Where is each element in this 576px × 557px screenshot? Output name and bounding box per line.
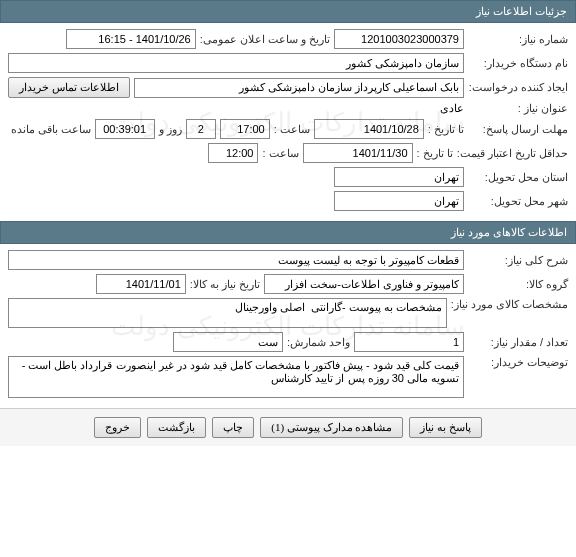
input-gen-desc[interactable] — [8, 250, 464, 270]
input-reply-date[interactable] — [314, 119, 424, 139]
label-need-date: تاریخ نیاز به کالا: — [190, 278, 260, 291]
attachments-button[interactable]: مشاهده مدارک پیوستی (1) — [260, 417, 403, 438]
input-announce-dt[interactable] — [66, 29, 196, 49]
input-need-no[interactable] — [334, 29, 464, 49]
label-announce-dt: تاریخ و ساعت اعلان عمومی: — [200, 33, 330, 46]
section-header-goods: اطلاعات کالاهای مورد نیاز — [0, 221, 576, 244]
input-city[interactable] — [334, 191, 464, 211]
label-need-no: شماره نیاز: — [468, 33, 568, 46]
label-need-title: عنوان نیاز : — [468, 102, 568, 115]
input-reply-time[interactable] — [220, 119, 270, 139]
label-min-validity: حداقل تاریخ اعتبار قیمت: — [457, 147, 568, 160]
label-time-left: ساعت باقی مانده — [11, 123, 91, 136]
back-button[interactable]: بازگشت — [147, 417, 206, 438]
contact-info-button[interactable]: اطلاعات تماس خریدار — [8, 77, 130, 98]
reply-button[interactable]: پاسخ به نیاز — [409, 417, 482, 438]
input-buyer-notes[interactable] — [8, 356, 464, 398]
button-bar: پاسخ به نیاز مشاهده مدارک پیوستی (1) چاپ… — [0, 408, 576, 446]
input-validity-time[interactable] — [208, 143, 258, 163]
input-buyer-org[interactable] — [8, 53, 464, 73]
label-to-date: تا تاریخ : — [428, 123, 464, 136]
label-time1: ساعت : — [274, 123, 310, 136]
input-qty[interactable] — [354, 332, 464, 352]
label-to-date2: تا تاریخ : — [417, 147, 453, 160]
input-unit[interactable] — [173, 332, 283, 352]
label-days-and: روز و — [159, 123, 182, 136]
input-validity-date[interactable] — [303, 143, 413, 163]
goods-form: سامانه تدارکات الکترونیکی دولت شرح کلی ن… — [0, 244, 576, 408]
label-reply-deadline: مهلت ارسال پاسخ: — [468, 123, 568, 136]
label-buyer-org: نام دستگاه خریدار: — [468, 57, 568, 70]
section-header-details: جزئیات اطلاعات نیاز — [0, 0, 576, 23]
label-province: استان محل تحویل: — [468, 171, 568, 184]
header-text-2: اطلاعات کالاهای مورد نیاز — [451, 226, 567, 238]
label-requester: ایجاد کننده درخواست: — [468, 81, 568, 94]
details-form: سامانه تدارکات الکترونیکی دولت شماره نیا… — [0, 23, 576, 221]
label-city: شهر محل تحویل: — [468, 195, 568, 208]
value-need-title: عادی — [440, 102, 464, 115]
input-days-left[interactable] — [186, 119, 216, 139]
input-goods-spec[interactable] — [8, 298, 447, 328]
label-goods-group: گروه کالا: — [468, 278, 568, 291]
label-qty: تعداد / مقدار نیاز: — [468, 336, 568, 349]
input-requester[interactable] — [134, 78, 465, 98]
header-text: جزئیات اطلاعات نیاز — [476, 5, 567, 17]
input-goods-group[interactable] — [264, 274, 464, 294]
label-unit: واحد شمارش: — [287, 336, 350, 349]
label-goods-spec: مشخصات کالای مورد نیاز: — [451, 298, 568, 311]
input-province[interactable] — [334, 167, 464, 187]
label-time2: ساعت : — [262, 147, 298, 160]
exit-button[interactable]: خروج — [94, 417, 141, 438]
input-need-date[interactable] — [96, 274, 186, 294]
label-buyer-notes: توضیحات خریدار: — [468, 356, 568, 369]
input-countdown[interactable] — [95, 119, 155, 139]
label-gen-desc: شرح کلی نیاز: — [468, 254, 568, 267]
print-button[interactable]: چاپ — [212, 417, 254, 438]
